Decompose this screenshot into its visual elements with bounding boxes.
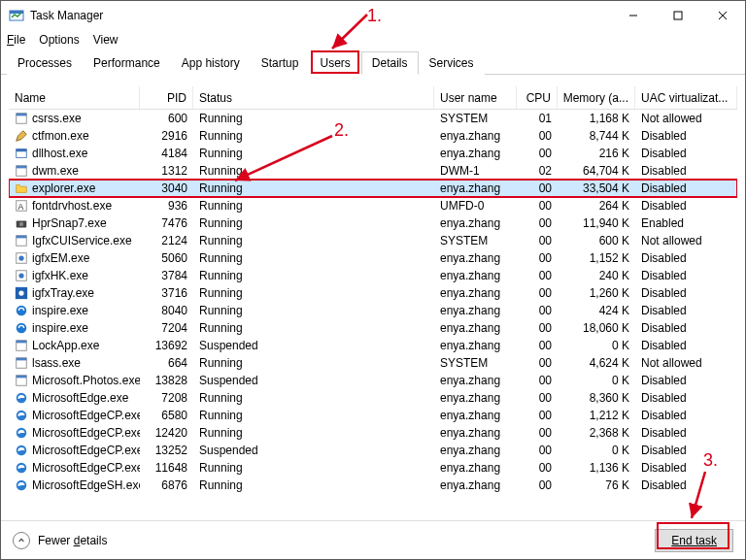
menu-view[interactable]: View [93,33,119,47]
process-row[interactable]: inspire.exe7204Runningenya.zhang0018,060… [9,319,737,337]
process-row[interactable]: dllhost.exe4184Runningenya.zhang00216 KD… [9,145,737,162]
process-pid: 13828 [140,372,193,389]
tab-performance[interactable]: Performance [83,51,171,75]
close-button[interactable] [700,1,745,30]
tab-services[interactable]: Services [419,51,485,75]
annotation-label-3: 3. [703,450,718,471]
tab-startup[interactable]: Startup [251,51,310,75]
process-uac: Disabled [635,197,737,214]
process-name: igfxTray.exe [32,286,94,300]
process-row[interactable]: igfxEM.exe5060Runningenya.zhang001,152 K… [9,249,737,267]
process-icon [15,304,28,317]
col-pid[interactable]: PID [140,86,193,109]
process-memory: 1,260 K [558,284,635,302]
process-uac: Not allowed [635,232,737,249]
process-row[interactable]: dwm.exe1312RunningDWM-10264,704 KDisable… [9,162,737,180]
process-pid: 600 [140,110,193,127]
process-pid: 5060 [140,249,193,267]
process-pid: 13252 [140,442,193,459]
process-memory: 216 K [558,145,635,162]
task-manager-window: Task Manager File Options View Processes… [0,0,746,560]
process-status: Running [193,197,434,214]
process-icon [15,251,28,265]
process-icon: A [15,199,28,213]
app-icon [9,8,24,23]
process-row[interactable]: IgfxCUIService.exe2124RunningSYSTEM00600… [9,232,737,249]
process-memory: 18,060 K [558,319,635,337]
svg-rect-31 [17,376,27,379]
process-user: enya.zhang [434,459,517,477]
process-row[interactable]: Afontdrvhost.exe936RunningUMFD-000264 KD… [9,197,737,214]
fewer-details-button[interactable]: Fewer details [13,532,107,549]
menu-file[interactable]: File [7,33,25,47]
process-user: enya.zhang [434,249,517,267]
process-grid[interactable]: csrss.exe600RunningSYSTEM011,168 KNot al… [9,110,737,520]
process-row[interactable]: lsass.exe664RunningSYSTEM004,624 KNot al… [9,354,737,372]
process-name: csrss.exe [32,112,82,125]
process-uac: Disabled [635,302,737,319]
process-user: enya.zhang [434,127,517,145]
process-icon [15,321,28,335]
col-user[interactable]: User name [434,86,517,109]
process-row[interactable]: csrss.exe600RunningSYSTEM011,168 KNot al… [9,110,737,127]
process-pid: 8040 [140,302,193,319]
process-row[interactable]: igfxHK.exe3784Runningenya.zhang00240 KDi… [9,267,737,284]
process-uac: Disabled [635,319,737,337]
process-name: MicrosoftEdgeCP.exe [32,409,140,422]
process-icon [15,112,28,125]
process-name: MicrosoftEdgeCP.exe [32,426,140,440]
col-cpu[interactable]: CPU [517,86,558,109]
process-row[interactable]: inspire.exe8040Runningenya.zhang00424 KD… [9,302,737,319]
process-row[interactable]: MicrosoftEdgeCP.exe6580Runningenya.zhang… [9,407,737,424]
process-row[interactable]: LockApp.exe13692Suspendedenya.zhang000 K… [9,337,737,354]
process-row[interactable]: HprSnap7.exe7476Runningenya.zhang0011,94… [9,214,737,232]
col-mem[interactable]: Memory (a... [558,86,635,109]
process-row[interactable]: explorer.exe3040Runningenya.zhang0033,50… [9,180,737,197]
process-icon [15,426,28,440]
process-user: SYSTEM [434,110,517,127]
process-pid: 2916 [140,127,193,145]
process-row[interactable]: MicrosoftEdgeCP.exe11648Runningenya.zhan… [9,459,737,477]
process-user: SYSTEM [434,232,517,249]
process-user: enya.zhang [434,424,517,442]
svg-rect-17 [17,236,27,239]
svg-point-19 [18,255,23,260]
process-pid: 7208 [140,389,193,407]
process-cpu: 00 [517,389,558,407]
menu-options[interactable]: Options [39,33,79,47]
process-cpu: 00 [517,232,558,249]
maximize-button[interactable] [656,1,700,30]
fewer-details-label: Fewer details [38,534,107,547]
process-row[interactable]: Microsoft.Photos.exe13828Suspendedenya.z… [9,372,737,389]
process-memory: 4,624 K [558,354,635,372]
process-row[interactable]: MicrosoftEdgeSH.exe6876Runningenya.zhang… [9,477,737,494]
process-icon [15,374,28,387]
process-status: Running [193,232,434,249]
tab-processes[interactable]: Processes [7,51,83,75]
process-row[interactable]: igfxTray.exe3716Runningenya.zhang001,260… [9,284,737,302]
process-name: HprSnap7.exe [32,216,107,230]
col-name[interactable]: Name [9,86,140,109]
process-user: enya.zhang [434,477,517,494]
process-memory: 8,744 K [558,127,635,145]
process-row[interactable]: MicrosoftEdgeCP.exe12420Runningenya.zhan… [9,424,737,442]
process-memory: 1,136 K [558,459,635,477]
minimize-button[interactable] [611,1,656,30]
process-user: enya.zhang [434,145,517,162]
col-uac[interactable]: UAC virtualizat... [635,86,737,109]
process-row[interactable]: ctfmon.exe2916Runningenya.zhang008,744 K… [9,127,737,145]
process-user: enya.zhang [434,389,517,407]
process-cpu: 00 [517,477,558,494]
process-memory: 64,704 K [558,162,635,180]
tab-details[interactable]: Details [361,51,419,75]
process-row[interactable]: MicrosoftEdge.exe7208Runningenya.zhang00… [9,389,737,407]
bottom-bar: Fewer details End task [1,520,745,559]
svg-rect-9 [17,149,27,152]
process-row[interactable]: MicrosoftEdgeCP.exe13252Suspendedenya.zh… [9,442,737,459]
process-user: enya.zhang [434,337,517,354]
process-name: IgfxCUIService.exe [32,234,132,247]
svg-rect-29 [17,358,27,361]
process-name: MicrosoftEdgeSH.exe [32,478,140,492]
tab-app-history[interactable]: App history [171,51,251,75]
col-status[interactable]: Status [193,86,434,109]
